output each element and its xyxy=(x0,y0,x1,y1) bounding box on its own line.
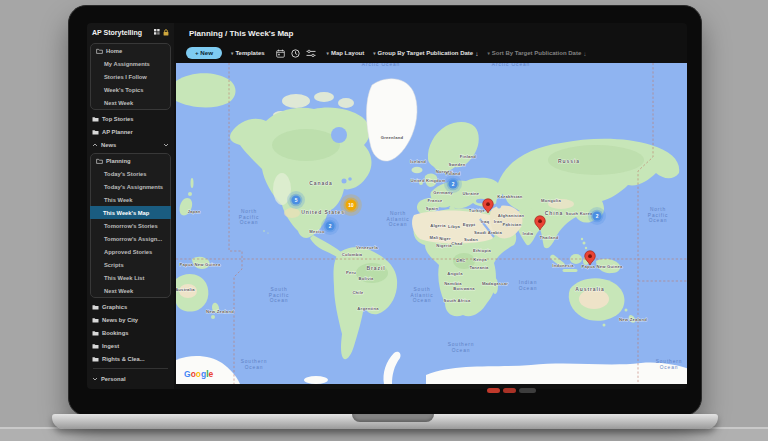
sidebar-item-this-week[interactable]: This Week xyxy=(91,193,170,206)
sidebar-item-label: Next Week xyxy=(104,288,133,294)
sidebar-item-week-s-topics[interactable]: Week's Topics xyxy=(91,83,170,96)
google-logo-text[interactable]: Google xyxy=(184,369,214,379)
apps-grid-icon[interactable] xyxy=(154,29,160,35)
breadcrumb-bar: Planning / This Week's Map xyxy=(174,23,687,43)
country-label: Spain xyxy=(426,206,439,211)
sidebar-item-approved-stories[interactable]: Approved Stories xyxy=(91,245,170,258)
country-label: Colombia xyxy=(342,252,363,257)
country-label: Tanzania xyxy=(469,265,489,270)
sidebar-group-planning: PlanningToday's StoriesToday's Assignmen… xyxy=(90,153,171,298)
app-screen: AP Storytelling HomeMy AssignmentsStorie… xyxy=(87,23,687,389)
sidebar-section-news[interactable]: News xyxy=(87,138,174,151)
sidebar-item-home[interactable]: Home xyxy=(91,44,170,57)
app-title: AP Storytelling xyxy=(92,29,151,36)
sidebar-item-tomorrow-s-stories[interactable]: Tomorrow's Stories xyxy=(91,219,170,232)
calendar-icon[interactable] xyxy=(276,44,285,62)
country-label: Indonesia xyxy=(552,263,574,268)
sidebar-item-label: Planning xyxy=(106,158,130,164)
country-label: New Zealand xyxy=(206,309,234,314)
sidebar-item-label: This Week List xyxy=(104,275,144,281)
country-label: New Zealand xyxy=(619,317,647,322)
map-cluster-marker[interactable]: 2 xyxy=(444,175,462,193)
sidebar-item-label: Tomorrow's Stories xyxy=(104,223,158,229)
ocean-label: NorthPacificOcean xyxy=(648,207,668,223)
folder-icon xyxy=(92,116,99,122)
sidebar-item-next-week[interactable]: Next Week xyxy=(91,284,170,297)
sidebar-item-graphics[interactable]: Graphics xyxy=(87,300,174,313)
new-button[interactable]: + New xyxy=(186,47,222,58)
country-label: Thailand xyxy=(540,235,559,240)
country-label: United Kingdom xyxy=(410,178,445,183)
country-label: Japan xyxy=(187,209,200,214)
country-label: DRC xyxy=(456,258,466,263)
sidebar-item-this-week-s-map[interactable]: This Week's Map xyxy=(90,206,171,219)
country-label: Afghanistan xyxy=(498,213,525,218)
sidebar-item-my-assignments[interactable]: My Assignments xyxy=(91,57,170,70)
country-label: Kenya xyxy=(473,257,487,262)
clock-icon[interactable] xyxy=(291,44,300,62)
sidebar-item-stories-i-follow[interactable]: Stories I Follow xyxy=(91,70,170,83)
sidebar-item-ingest[interactable]: Ingest xyxy=(87,339,174,352)
folder-icon xyxy=(92,356,99,362)
sidebar-item-bookings[interactable]: Bookings xyxy=(87,326,174,339)
sidebar-item-rights-clea[interactable]: Rights & Clea... xyxy=(87,352,174,365)
chevron-down-icon[interactable] xyxy=(163,142,169,148)
sidebar-section-personal[interactable]: Personal xyxy=(87,372,174,385)
sidebar-item-today-s-stories[interactable]: Today's Stories xyxy=(91,167,170,180)
sidebar-item-ap-planner[interactable]: AP Planner xyxy=(87,125,174,138)
sidebar-item-next-week[interactable]: Next Week xyxy=(91,96,170,109)
country-label: Canada xyxy=(309,180,332,186)
country-label: Pakistan xyxy=(503,222,522,227)
ocean-label: IndianOcean xyxy=(519,280,538,291)
sidebar-item-planning[interactable]: Planning xyxy=(91,154,170,167)
sidebar-item-label: Approved Stories xyxy=(104,249,152,255)
sort-by-dropdown[interactable]: ▾ Sort By Target Publication Date ↓ xyxy=(487,50,586,57)
sidebar-item-news-by-city[interactable]: News by City xyxy=(87,313,174,326)
country-label: Ethiopia xyxy=(473,248,492,253)
svg-text:2: 2 xyxy=(452,182,455,187)
map-layout-dropdown[interactable]: ▾ Map Layout xyxy=(327,50,365,56)
sidebar-item-top-stories[interactable]: Top Stories xyxy=(87,112,174,125)
lock-icon xyxy=(163,29,169,36)
sidebar-item-label: This Week xyxy=(104,197,133,203)
red-indicator-pill xyxy=(503,388,516,393)
country-label: Argentina xyxy=(357,306,379,311)
mockup-stage: AP Storytelling HomeMy AssignmentsStorie… xyxy=(0,0,768,441)
country-label: Saudi Arabia xyxy=(474,230,502,235)
country-label: Finland xyxy=(460,154,477,159)
sidebar-group-home: HomeMy AssignmentsStories I FollowWeek's… xyxy=(90,43,171,110)
folder-icon xyxy=(92,343,99,349)
sidebar-item-label: Rights & Clea... xyxy=(102,356,145,362)
group-by-dropdown[interactable]: ▾ Group By Target Publication Date ↓ xyxy=(373,50,478,57)
world-map-svg[interactable]: Arctic OceanArctic OceanNorthPacificOcea… xyxy=(176,63,687,384)
folder-icon xyxy=(92,304,99,310)
sort-direction-icon[interactable]: ↓ xyxy=(475,50,478,57)
sidebar-item-label: Top Stories xyxy=(102,116,133,122)
map-cluster-marker[interactable]: 2 xyxy=(321,217,339,235)
map-cluster-marker[interactable]: 5 xyxy=(287,191,305,209)
sidebar-item-scripts[interactable]: Scripts xyxy=(91,258,170,271)
sort-direction-icon[interactable]: ↓ xyxy=(583,50,586,57)
chevron-down-icon: ▾ xyxy=(487,51,489,56)
sliders-icon[interactable] xyxy=(306,44,316,62)
sidebar-item-today-s-assignments[interactable]: Today's Assignments xyxy=(91,180,170,193)
country-label: Greenland xyxy=(381,135,404,140)
chevron-up-icon[interactable] xyxy=(92,143,98,147)
country-label: Chile xyxy=(352,290,364,295)
country-label: Mali xyxy=(430,235,439,240)
sidebar-item-label: Today's Stories xyxy=(104,171,147,177)
ocean-label: NorthPacificOcean xyxy=(239,209,259,225)
country-label: Iceland xyxy=(410,159,426,164)
chevron-down-icon[interactable] xyxy=(92,377,98,381)
sidebar-item-label: This Week's Map xyxy=(103,210,149,216)
sidebar-item-label: Personal xyxy=(101,376,126,382)
main-panel: Planning / This Week's Map + New ▾ Templ… xyxy=(174,23,687,389)
map-cluster-marker[interactable]: 10 xyxy=(340,194,362,216)
templates-dropdown[interactable]: ▾ Templates xyxy=(231,50,265,56)
sidebar-item-this-week-list[interactable]: This Week List xyxy=(91,271,170,284)
chevron-down-icon: ▾ xyxy=(373,51,375,56)
toolbar-icons xyxy=(276,44,316,62)
country-label: Libya xyxy=(448,224,460,229)
map-cluster-marker[interactable]: 2 xyxy=(588,207,606,225)
sidebar-item-tomorrow-s-assign[interactable]: Tomorrow's Assign... xyxy=(91,232,170,245)
